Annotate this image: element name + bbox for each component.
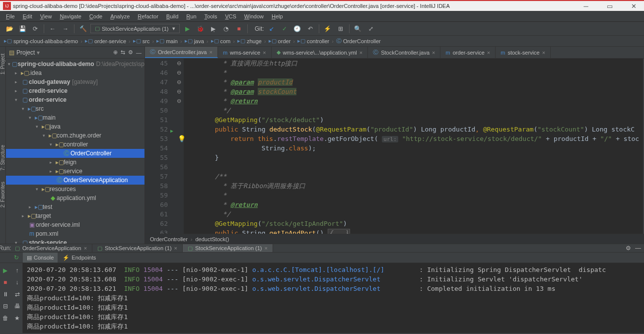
vcs-revert-icon[interactable]: ↶: [305, 23, 316, 34]
minimize-button[interactable]: ─: [578, 2, 593, 10]
vcs-update-icon[interactable]: ↙: [266, 23, 277, 34]
vcs-history-icon[interactable]: 🕘: [292, 23, 303, 34]
run-down-icon[interactable]: ↓: [12, 277, 23, 288]
editor-tab-wms-service[interactable]: mwms-service×: [218, 47, 272, 58]
editor-tab-stock-service[interactable]: mstock-service×: [496, 47, 551, 58]
refresh-icon[interactable]: ⟳: [30, 23, 41, 34]
tree-item-ordercontroller[interactable]: ⒸOrderController: [6, 149, 144, 158]
menu-analyze[interactable]: Analyze: [107, 12, 133, 20]
rerun-icon[interactable]: ↻: [11, 254, 22, 261]
settings-icon[interactable]: ⤢: [365, 23, 376, 34]
tree-item-com-zhuge-order[interactable]: ▾▸▢com.zhuge.order: [6, 131, 144, 140]
crumb-ordercontroller[interactable]: Ⓒ OrderController: [336, 37, 381, 45]
menu-code[interactable]: Code: [86, 12, 105, 20]
run-hide-icon[interactable]: —: [635, 245, 641, 252]
run-gear-icon[interactable]: ⚙: [626, 245, 631, 252]
target-icon[interactable]: ⊕: [113, 49, 118, 56]
tree-item-cloud-gateway[interactable]: ▸▢cloud-gateway[gateway]: [6, 77, 144, 86]
run-stop-icon[interactable]: ■: [0, 277, 11, 288]
menu-build[interactable]: Build: [163, 12, 181, 20]
sub-tab-endpoints[interactable]: ⚡ Endpoints: [59, 253, 100, 263]
close-icon[interactable]: ×: [359, 50, 362, 56]
side-tab-favorites[interactable]: 2: Favorites: [0, 179, 5, 210]
editor-tab-order-service[interactable]: morder-service×: [440, 47, 496, 58]
editor-crumb-class[interactable]: OrderController: [150, 236, 188, 242]
search-icon[interactable]: 🔍: [353, 23, 363, 34]
run-tab-stockserviceapplication-1-[interactable]: ▢StockServiceApplication (1)×: [183, 244, 273, 252]
run-config-dropdown[interactable]: ▢ StockServiceApplication (1) ▾: [90, 24, 180, 33]
project-tree[interactable]: ▾▢spring-cloud-alibaba-demoD:\ideaProjec…: [6, 59, 144, 244]
code-area[interactable]: * 直接调用原生http接口 * * @param productId * @p…: [184, 59, 643, 234]
menu-vcs[interactable]: VCS: [222, 12, 239, 20]
save-icon[interactable]: 💾: [17, 23, 28, 34]
hide-icon[interactable]: —: [136, 50, 142, 56]
run-pause-icon[interactable]: ⏸: [0, 289, 11, 300]
menu-file[interactable]: File: [3, 12, 18, 20]
open-icon[interactable]: 📂: [4, 23, 15, 34]
close-icon[interactable]: ×: [265, 245, 268, 251]
close-icon[interactable]: ×: [542, 50, 545, 56]
tree-item-test[interactable]: ▸▸▢test: [6, 202, 144, 211]
tree-item-java[interactable]: ▾▸▢java: [6, 122, 144, 131]
gear-icon[interactable]: ⚙: [128, 49, 133, 56]
run-print-icon[interactable]: 🖶: [12, 301, 23, 312]
editor-tab-wms-service-application-yml[interactable]: ◆wms-service\...\application.yml×: [272, 47, 368, 58]
close-icon[interactable]: ×: [432, 50, 435, 56]
editor-crumb-method[interactable]: deductStock(): [195, 236, 229, 242]
side-tab-structure[interactable]: 7: Structure: [0, 142, 5, 174]
tree-item-credit-service[interactable]: ▸▢credit-service: [6, 86, 144, 95]
tree-item-controller[interactable]: ▾▸▢controller: [6, 140, 144, 149]
tree-item-orderserviceapplication[interactable]: ⒸOrderServiceApplication: [6, 176, 144, 185]
crumb-spring-cloud-alibaba-demo[interactable]: ▸▢ spring-cloud-alibaba-demo: [4, 38, 78, 44]
run-trash-icon[interactable]: 🗑: [0, 313, 11, 324]
close-icon[interactable]: ×: [84, 245, 87, 251]
vcs-commit-icon[interactable]: ✓: [279, 23, 290, 34]
editor-body[interactable]: 4546474849505152▶5354555657585960616263▶…: [145, 59, 644, 234]
menu-tools[interactable]: Tools: [202, 12, 220, 20]
menu-refactor[interactable]: Refactor: [135, 12, 161, 20]
crumb-controller[interactable]: ▸▢ controller: [297, 38, 329, 44]
run-tab-orderserviceapplication[interactable]: ▢OrderServiceApplication×: [10, 244, 92, 252]
run-wrap-icon[interactable]: ⇄: [12, 289, 23, 300]
close-icon[interactable]: ×: [174, 245, 177, 251]
menu-window[interactable]: Window: [241, 12, 267, 20]
run-filter-icon[interactable]: ★: [12, 313, 23, 324]
tree-item-order-service[interactable]: ▾▢order-service: [6, 95, 144, 104]
maximize-button[interactable]: ▭: [602, 2, 617, 10]
tree-item-service[interactable]: ▸▸▢service: [6, 167, 144, 176]
crumb-order-service[interactable]: ▸▢ order-service: [85, 38, 126, 44]
stop-icon[interactable]: ■: [233, 23, 244, 34]
tree-item-spring-cloud-alibaba-demo[interactable]: ▾▢spring-cloud-alibaba-demoD:\ideaProjec…: [6, 60, 144, 68]
structure-icon[interactable]: ⊞: [335, 23, 346, 34]
crumb-com[interactable]: ▸▢ com: [211, 38, 231, 44]
menu-view[interactable]: View: [37, 12, 55, 20]
tree-item--idea[interactable]: ▸▸▢.idea: [6, 68, 144, 77]
crumb-java[interactable]: ▸▢ java: [185, 38, 204, 44]
run-icon[interactable]: ▶: [182, 23, 193, 34]
redo-icon[interactable]: →: [60, 23, 71, 34]
close-icon[interactable]: ×: [209, 49, 212, 55]
coverage-icon[interactable]: ▶̣: [208, 23, 218, 34]
run-tab-stockserviceapplication-1-[interactable]: ▢StockServiceApplication (1)×: [92, 244, 183, 252]
fold-column[interactable]: ⊖⊖⊖⊖⊖: [175, 59, 184, 234]
menu-help[interactable]: Help: [269, 12, 286, 20]
menu-edit[interactable]: Edit: [20, 12, 35, 20]
tree-item-pom-xml[interactable]: mpom.xml: [6, 229, 144, 238]
build-icon[interactable]: 🔨: [77, 23, 88, 34]
sub-tab-console[interactable]: ▤ Console: [23, 253, 58, 263]
intention-bulb-icon[interactable]: 💡: [178, 134, 186, 143]
tree-item-main[interactable]: ▾▸▢main: [6, 113, 144, 122]
crumb-main[interactable]: ▸▢ main: [156, 38, 178, 44]
tree-item-target[interactable]: ▸▸▢target: [6, 211, 144, 220]
run-restart-icon[interactable]: ▶: [0, 265, 11, 276]
console-output[interactable]: 2020-07-20 20:58:13.607 INFO 15004 --- […: [23, 263, 644, 333]
tree-item-feign[interactable]: ▸▸▢feign: [6, 158, 144, 167]
run-layout-icon[interactable]: ⊟: [0, 301, 11, 312]
debug-icon[interactable]: 🐞: [195, 23, 206, 34]
crumb-src[interactable]: ▸▢ src: [133, 38, 150, 44]
run-up-icon[interactable]: ↑: [12, 265, 23, 276]
tree-item-order-service-iml[interactable]: ▣order-service.iml: [6, 220, 144, 229]
editor-tab-stockcontroller-java[interactable]: ⒸStockController.java×: [368, 47, 440, 58]
tree-item-stock-service[interactable]: ▾▢stock-service: [6, 238, 144, 244]
collapse-icon[interactable]: ⇆: [121, 49, 125, 56]
